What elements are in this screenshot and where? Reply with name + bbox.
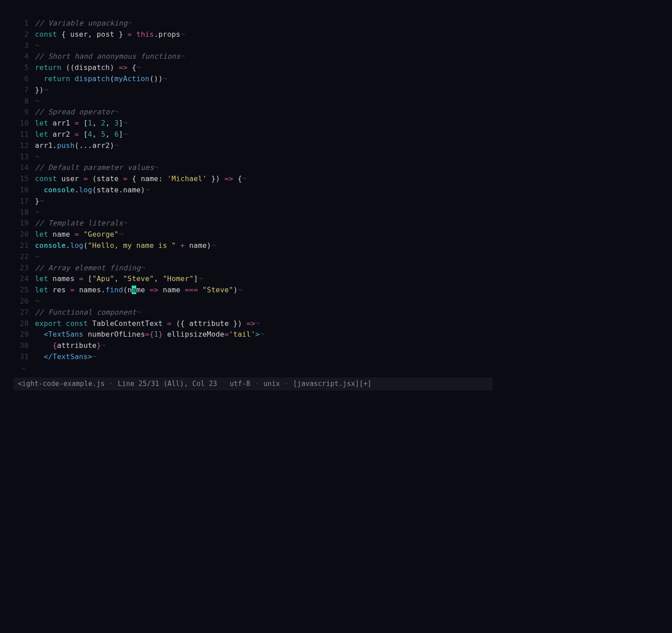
code-line[interactable]: 14 // Default parameter values¬	[13, 162, 493, 173]
code-line[interactable]: 17 }¬	[13, 196, 493, 207]
code-line[interactable]: 7 })¬	[13, 85, 493, 96]
code-line[interactable]: 20 let name = "George"¬	[13, 229, 493, 240]
code-line[interactable]: 6 return dispatch(myAction())¬	[13, 74, 493, 85]
code-line[interactable]: 13 ¬	[13, 152, 493, 163]
line-number: 28	[13, 318, 35, 330]
code-line[interactable]: 22 ¬	[13, 251, 493, 263]
code-line[interactable]: 24 let names = ["Apu", "Steve", "Homer"]…	[13, 273, 493, 285]
cursor: a	[132, 286, 136, 294]
code-line[interactable]: 5 return ((dispatch) => {¬	[13, 62, 493, 74]
code-line[interactable]: 30 {attribute}¬	[13, 340, 493, 351]
code-line[interactable]: 29 <TextSans numberOfLines={1} ellipsize…	[13, 329, 493, 340]
status-separator: ·	[255, 379, 259, 389]
code-editor[interactable]: 1 // Variable unpacking¬ 2 const { user,…	[13, 18, 493, 390]
status-separator: ·	[109, 379, 113, 389]
code-line[interactable]: 31 </TextSans>¬	[13, 351, 493, 363]
status-separator: ·	[284, 379, 289, 389]
code-line[interactable]: 23 // Array element finding¬	[13, 263, 493, 274]
line-number: 14	[13, 162, 35, 173]
line-number: 2	[13, 29, 35, 40]
keyword-this: this	[136, 30, 154, 39]
code-line[interactable]: 2 const { user, post } = this.props¬	[13, 29, 493, 40]
line-number: 7	[13, 85, 35, 96]
line-number: 19	[13, 218, 35, 229]
code-line[interactable]: 15 const user = (state = { name: 'Michae…	[13, 173, 493, 185]
code-line[interactable]: 4 // Short hand anonymous functions¬	[13, 51, 493, 62]
code-line[interactable]: 27 // Functional component¬	[13, 307, 493, 318]
line-number: 17	[13, 196, 35, 207]
code-line[interactable]: 12 arr1.push(...arr2)¬	[13, 140, 493, 152]
line-number: 10	[13, 118, 35, 129]
status-bar: <ight-code-example.js · Line 25/31 (All)…	[13, 377, 493, 390]
line-number: 16	[13, 185, 35, 196]
line-number: 22	[13, 251, 35, 263]
line-number: 5	[13, 62, 35, 74]
status-position: Line 25/31 (All), Col 23	[118, 379, 217, 389]
line-number: 3	[13, 40, 35, 52]
line-number: 30	[13, 340, 35, 351]
line-number: 23	[13, 263, 35, 274]
eol-marker: ¬	[128, 19, 132, 27]
line-number: 25	[13, 285, 35, 296]
line-number: 9	[13, 107, 35, 118]
keyword-const: const	[35, 30, 57, 39]
status-filetype: [javascript.jsx][+]	[293, 379, 371, 389]
line-number: 8	[13, 96, 35, 107]
code-line[interactable]: 16 console.log(state.name)¬	[13, 185, 493, 196]
status-encoding: utf-8	[230, 379, 250, 389]
code-line[interactable]: 11 let arr2 = [4, 5, 6]¬	[13, 129, 493, 140]
line-number: 4	[13, 51, 35, 62]
line-number: 20	[13, 229, 35, 240]
line-number: 24	[13, 273, 35, 285]
line-number: 6	[13, 74, 35, 85]
line-number: 31	[13, 351, 35, 363]
code-line[interactable]: 18 ¬	[13, 207, 493, 218]
line-number: 1	[13, 18, 35, 29]
line-number: 15	[13, 173, 35, 185]
code-line[interactable]: 8 ¬	[13, 96, 493, 107]
line-number: 21	[13, 240, 35, 251]
code-line[interactable]: 9 // Spread operator¬	[13, 107, 493, 118]
line-number: 27	[13, 307, 35, 318]
status-filename: <ight-code-example.js	[18, 379, 105, 389]
code-line[interactable]: 19 // Template literals¬	[13, 218, 493, 229]
code-line[interactable]: 26 ¬	[13, 296, 493, 307]
line-number: 13	[13, 152, 35, 163]
comment: // Variable unpacking	[35, 19, 128, 27]
code-line[interactable]: 21 console.log("Hello, my name is " + na…	[13, 240, 493, 251]
code-line[interactable]: 3 ¬	[13, 40, 493, 52]
code-line[interactable]: 10 let arr1 = [1, 2, 3]¬	[13, 118, 493, 129]
line-number: 18	[13, 207, 35, 218]
empty-line-tilde: ~	[13, 364, 493, 375]
line-number: 11	[13, 129, 35, 140]
code-line[interactable]: 1 // Variable unpacking¬	[13, 18, 493, 29]
code-line[interactable]: 28 export const TableContentText = ({ at…	[13, 318, 493, 330]
line-number: 12	[13, 140, 35, 152]
code-line[interactable]: 25 let res = names.find(name => name ===…	[13, 285, 493, 296]
line-number: 26	[13, 296, 35, 307]
status-fileformat: unix	[263, 379, 280, 389]
line-number: 29	[13, 329, 35, 340]
